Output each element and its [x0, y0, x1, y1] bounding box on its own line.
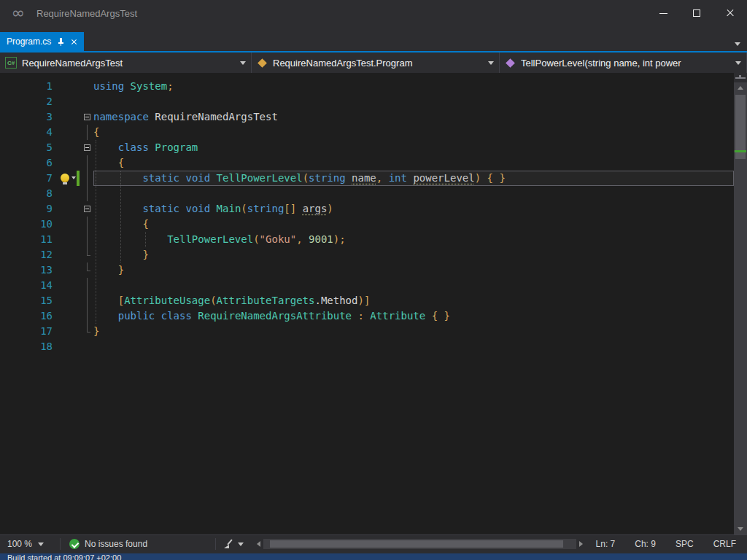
csharp-project-icon: C#: [5, 57, 17, 69]
code-line-text[interactable]: [AttributeUsage(AttributeTargets.Method)…: [93, 293, 734, 308]
line-number[interactable]: 13: [0, 262, 60, 278]
project-dropdown[interactable]: C# RequireNamedArgsTest: [0, 52, 252, 73]
code-line: 14: [0, 278, 734, 293]
outlining-margin: [80, 339, 93, 354]
line-number[interactable]: 18: [0, 339, 60, 354]
collapse-box-icon[interactable]: [84, 144, 90, 151]
code-token: Main: [217, 203, 241, 214]
line-number[interactable]: 2: [0, 94, 60, 109]
minimize-button[interactable]: [646, 0, 680, 26]
tab-list-dropdown-icon[interactable]: [735, 42, 740, 46]
line-number[interactable]: 10: [0, 217, 60, 232]
code-line-text[interactable]: TellPowerLevel("Goku", 9001);: [93, 232, 734, 247]
collapse-box-icon[interactable]: [84, 114, 90, 120]
code-token: Method: [321, 295, 358, 306]
line-number[interactable]: 15: [0, 293, 60, 308]
code-line-text[interactable]: }: [93, 262, 734, 278]
code-token: RequireNamedArgsAttribute: [198, 310, 352, 322]
code-line-text[interactable]: namespace RequireNamedArgsTest: [93, 109, 734, 125]
collapse-box-icon[interactable]: [84, 206, 90, 212]
line-position-label: Ln: 7: [596, 539, 616, 549]
line-number[interactable]: 17: [0, 324, 60, 339]
horizontal-scrollbar[interactable]: [257, 539, 583, 549]
code-line-text[interactable]: static void Main(string[] args): [93, 201, 734, 217]
lightbulb-icon[interactable]: [61, 174, 69, 182]
code-line-text[interactable]: public class RequireNamedArgsAttribute :…: [93, 308, 734, 324]
code-token: }: [93, 264, 124, 276]
close-tab-icon[interactable]: [71, 39, 77, 45]
code-line-text[interactable]: [93, 339, 734, 354]
outline-line: [87, 293, 88, 308]
scroll-left-button[interactable]: [257, 541, 260, 547]
maximize-button[interactable]: [680, 0, 713, 26]
chevron-down-icon: [240, 61, 246, 65]
glyph-margin: [60, 94, 76, 109]
member-dropdown[interactable]: TellPowerLevel(string name, int power: [500, 52, 747, 73]
line-number[interactable]: 5: [0, 140, 60, 155]
status-bar: Build started at 09:09:07 +02:00: [0, 553, 747, 560]
code-line-text[interactable]: static void TellPowerLevel(string name, …: [93, 171, 734, 186]
code-token: {: [93, 126, 99, 138]
method-icon: [506, 58, 515, 68]
code-token: (: [210, 295, 216, 306]
zoom-control[interactable]: 100 %: [0, 539, 60, 549]
pin-icon[interactable]: [57, 37, 65, 46]
code-token: args: [303, 203, 328, 214]
column-position-label: Ch: 9: [635, 539, 656, 549]
code-line: 13 }: [0, 262, 734, 278]
line-number[interactable]: 11: [0, 232, 60, 247]
line-number[interactable]: 16: [0, 308, 60, 324]
scroll-up-button[interactable]: [734, 82, 747, 93]
code-token: name: [352, 172, 376, 184]
code-line: 11 TellPowerLevel("Goku", 9001);: [0, 232, 734, 247]
health-indicator[interactable]: No issues found: [61, 539, 215, 549]
code-line-text[interactable]: [93, 278, 734, 293]
code-line-text[interactable]: }: [93, 247, 734, 262]
code-line-text[interactable]: {: [93, 125, 734, 140]
status-tray: 100 % No issues found Ln: 7 Ch: 9 SPC CR…: [0, 534, 747, 553]
chevron-down-icon: [735, 61, 741, 65]
line-number[interactable]: 14: [0, 278, 60, 293]
code-line-text[interactable]: {: [93, 155, 734, 171]
chevron-down-icon: [488, 61, 494, 65]
code-token: Program: [155, 141, 198, 153]
glyph-margin: [60, 278, 76, 293]
tab-program-cs[interactable]: Program.cs: [0, 32, 84, 51]
close-button[interactable]: [713, 0, 747, 26]
minus-icon: [85, 209, 89, 209]
line-number[interactable]: 9: [0, 201, 60, 217]
hscroll-thumb[interactable]: [270, 540, 564, 548]
hscroll-track[interactable]: [263, 539, 576, 549]
outlining-margin: [80, 140, 93, 155]
line-number[interactable]: 12: [0, 247, 60, 262]
outline-end: [87, 247, 90, 256]
scrollbar-track[interactable]: [734, 93, 747, 524]
line-number[interactable]: 3: [0, 109, 60, 125]
code-line-text[interactable]: using System;: [93, 79, 734, 94]
project-label: RequireNamedArgsTest: [22, 58, 235, 69]
glyph-margin: [60, 201, 76, 217]
code-line-text[interactable]: class Program: [93, 140, 734, 155]
code-line-text[interactable]: }: [93, 324, 734, 339]
line-number[interactable]: 7: [0, 171, 60, 186]
code-line-text[interactable]: [93, 186, 734, 201]
glyph-margin: [60, 262, 76, 278]
line-number[interactable]: 4: [0, 125, 60, 140]
code-line: 5 class Program: [0, 140, 734, 155]
line-number[interactable]: 8: [0, 186, 60, 201]
code-cleanup-button[interactable]: [216, 539, 251, 549]
scroll-down-button[interactable]: [734, 524, 747, 534]
code-lines[interactable]: 1using System;23namespace RequireNamedAr…: [0, 73, 734, 534]
type-dropdown[interactable]: RequireNamedArgsTest.Program: [252, 52, 500, 73]
outlining-margin: [80, 109, 93, 125]
line-number[interactable]: 6: [0, 155, 60, 171]
code-line-text[interactable]: [93, 94, 734, 109]
code-line-text[interactable]: {: [93, 217, 734, 232]
code-token: [93, 233, 167, 245]
scrollbar-thumb[interactable]: [735, 95, 746, 159]
split-handle[interactable]: [734, 73, 747, 82]
scroll-right-button[interactable]: [579, 541, 583, 547]
outline-line: [87, 278, 88, 293]
vertical-scrollbar[interactable]: [734, 73, 747, 534]
line-number[interactable]: 1: [0, 79, 60, 94]
